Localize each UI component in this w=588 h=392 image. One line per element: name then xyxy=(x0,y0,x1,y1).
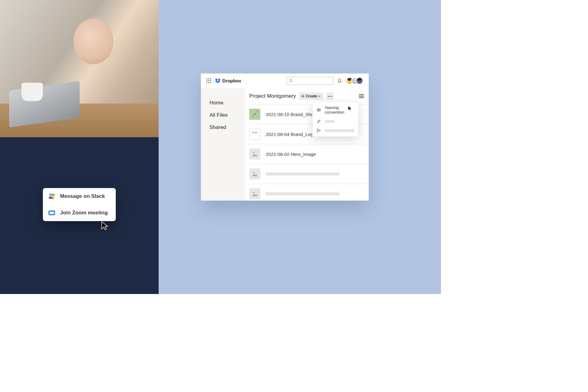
sidebar-item-all-files[interactable]: All Files xyxy=(209,109,245,121)
popover-item-send[interactable] xyxy=(313,126,358,135)
slack-label: Message on Slack xyxy=(60,193,105,199)
more-icon xyxy=(328,96,332,97)
file-name: 2021-08-04 Brand_Logo2 xyxy=(266,132,318,137)
svg-point-7 xyxy=(253,152,254,153)
svg-point-5 xyxy=(253,115,254,116)
notifications-icon[interactable] xyxy=(337,78,342,84)
popover-placeholder xyxy=(325,129,354,132)
app-launcher-icon[interactable] xyxy=(206,78,211,83)
more-button[interactable] xyxy=(326,92,334,100)
sidebar-item-home[interactable]: Home xyxy=(209,97,245,109)
file-name-placeholder xyxy=(266,172,339,175)
popover-item-edit[interactable] xyxy=(313,117,358,126)
sidebar: Home All Files Shared xyxy=(201,88,245,201)
file-thumbnail xyxy=(249,149,260,160)
rename-icon xyxy=(316,107,321,112)
plus-icon xyxy=(301,95,304,98)
brand[interactable]: Dropbox xyxy=(215,78,241,83)
folder-title: Project Montgomery xyxy=(249,93,296,99)
hero-photo xyxy=(0,0,159,137)
file-thumbnail xyxy=(249,129,260,140)
svg-line-1 xyxy=(291,81,292,82)
svg-point-0 xyxy=(289,79,292,82)
avatar[interactable] xyxy=(356,77,363,85)
edit-icon xyxy=(316,119,321,124)
view-toggle-icon[interactable] xyxy=(358,94,364,99)
svg-point-9 xyxy=(253,192,254,193)
svg-point-6 xyxy=(256,112,257,113)
svg-point-8 xyxy=(253,172,254,173)
dropbox-window: Dropbox Home All Files Sha xyxy=(201,74,369,201)
slack-icon xyxy=(48,193,55,200)
message-on-slack-item[interactable]: Message on Slack xyxy=(43,188,116,205)
zoom-icon xyxy=(48,209,55,216)
file-row[interactable]: 2021-08-02 Hero_Image xyxy=(245,144,369,164)
svg-rect-10 xyxy=(317,109,318,111)
file-row[interactable] xyxy=(245,164,369,184)
popover-placeholder xyxy=(325,120,334,123)
send-icon xyxy=(316,128,321,133)
search-icon xyxy=(289,79,293,83)
cursor-icon xyxy=(348,106,352,111)
dropbox-logo-icon xyxy=(215,78,221,83)
chevron-down-icon xyxy=(318,95,321,97)
file-name: 2021-08-10 Brand_Shoot3 xyxy=(266,112,320,117)
file-name-placeholder xyxy=(266,192,339,195)
create-label: Create xyxy=(306,94,317,98)
brand-label: Dropbox xyxy=(222,78,241,83)
join-zoom-item[interactable]: Join Zoom meeting xyxy=(43,205,116,221)
file-thumbnail xyxy=(249,188,260,199)
file-thumbnail xyxy=(249,168,260,179)
svg-rect-11 xyxy=(319,109,321,111)
collaborator-avatars[interactable] xyxy=(346,77,363,85)
cursor-icon xyxy=(101,221,109,230)
file-thumbnail xyxy=(249,109,260,120)
create-button[interactable]: Create xyxy=(299,92,323,100)
zoom-label: Join Zoom meeting xyxy=(60,210,108,216)
sidebar-item-shared[interactable]: Shared xyxy=(209,121,245,134)
file-row[interactable] xyxy=(245,184,369,204)
file-name: 2021-08-02 Hero_Image xyxy=(266,152,316,157)
search-input[interactable] xyxy=(287,77,333,85)
integration-menu: Message on Slack Join Zoom meeting xyxy=(43,188,116,221)
